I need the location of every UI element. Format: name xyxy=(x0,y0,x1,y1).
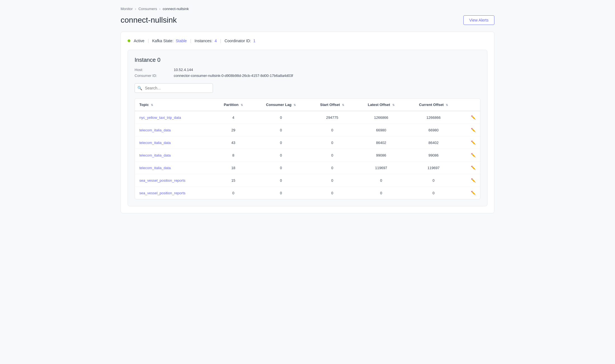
kafka-state-label: Kafka State: xyxy=(152,39,173,43)
edit-icon[interactable]: ✏️ xyxy=(471,115,476,120)
topic-cell: sea_vessel_position_reports xyxy=(135,187,213,199)
instances-label: Instances: xyxy=(194,39,212,43)
status-sep-2: | xyxy=(190,39,191,43)
col-start-offset[interactable]: Start Offset ⇅ xyxy=(309,99,356,111)
table-row: telecom_italia_data 18 0 0 119697 119697… xyxy=(135,162,480,174)
sort-partition-icon: ⇅ xyxy=(241,103,243,107)
view-alerts-button[interactable]: View Alerts xyxy=(463,15,494,25)
current-offset-cell: 1266866 xyxy=(407,111,461,124)
table-row: telecom_italia_data 8 0 0 99086 99086 ✏️ xyxy=(135,149,480,162)
consumer-lag-cell: 0 xyxy=(253,124,309,136)
col-current-offset[interactable]: Current Offset ⇅ xyxy=(407,99,461,111)
topic-link[interactable]: sea_vessel_position_reports xyxy=(139,178,186,183)
topic-cell: sea_vessel_position_reports xyxy=(135,174,213,187)
col-consumer-lag[interactable]: Consumer Lag ⇅ xyxy=(253,99,309,111)
status-sep-1: | xyxy=(148,39,149,43)
latest-offset-cell: 0 xyxy=(356,187,407,199)
instance-title: Instance 0 xyxy=(135,57,480,63)
topic-link[interactable]: nyc_yellow_taxi_trip_data xyxy=(139,115,181,120)
status-bar: Active | Kafka State: Stable | Instances… xyxy=(128,39,487,43)
topic-link[interactable]: telecom_italia_data xyxy=(139,128,171,132)
start-offset-cell: 0 xyxy=(309,124,356,136)
edit-icon[interactable]: ✏️ xyxy=(471,191,476,195)
action-cell: ✏️ xyxy=(461,187,480,199)
action-cell: ✏️ xyxy=(461,124,480,136)
table-row: nyc_yellow_taxi_trip_data 4 0 294775 126… xyxy=(135,111,480,124)
consumer-lag-cell: 0 xyxy=(253,187,309,199)
breadcrumb-sep-2: › xyxy=(159,7,160,11)
breadcrumb-current: connect-nullsink xyxy=(163,7,189,11)
consumer-lag-cell: 0 xyxy=(253,174,309,187)
table-header: Topic ⇅ Partition ⇅ Consumer Lag ⇅ xyxy=(135,99,480,111)
topic-link[interactable]: telecom_italia_data xyxy=(139,153,171,157)
latest-offset-cell: 66980 xyxy=(356,124,407,136)
current-offset-cell: 86402 xyxy=(407,136,461,149)
current-offset-cell: 99086 xyxy=(407,149,461,162)
breadcrumb: Monitor › Consumers › connect-nullsink xyxy=(121,7,494,11)
start-offset-cell: 294775 xyxy=(309,111,356,124)
breadcrumb-consumers[interactable]: Consumers xyxy=(139,7,157,11)
table-row: telecom_italia_data 29 0 0 66980 66980 ✏… xyxy=(135,124,480,136)
latest-offset-cell: 1266866 xyxy=(356,111,407,124)
sort-topic-icon: ⇅ xyxy=(151,103,153,107)
table-row: sea_vessel_position_reports 15 0 0 0 0 ✏… xyxy=(135,174,480,187)
latest-offset-cell: 99086 xyxy=(356,149,407,162)
table-row: telecom_italia_data 43 0 0 86402 86402 ✏… xyxy=(135,136,480,149)
edit-icon[interactable]: ✏️ xyxy=(471,153,476,157)
edit-icon[interactable]: ✏️ xyxy=(471,128,476,132)
latest-offset-cell: 119697 xyxy=(356,162,407,174)
topic-link[interactable]: telecom_italia_data xyxy=(139,166,171,170)
latest-offset-cell: 0 xyxy=(356,174,407,187)
current-offset-cell: 66980 xyxy=(407,124,461,136)
edit-icon[interactable]: ✏️ xyxy=(471,140,476,145)
host-value: 10.52.4.144 xyxy=(174,68,480,72)
latest-offset-cell: 86402 xyxy=(356,136,407,149)
coordinator-label: Coordinator ID: xyxy=(224,39,251,43)
sort-start-offset-icon: ⇅ xyxy=(342,103,344,107)
topic-cell: telecom_italia_data xyxy=(135,149,213,162)
sort-current-offset-icon: ⇅ xyxy=(446,103,448,107)
start-offset-cell: 0 xyxy=(309,149,356,162)
coordinator-value[interactable]: 1 xyxy=(253,39,255,43)
page-title: connect-nullsink xyxy=(121,16,177,25)
topic-cell: nyc_yellow_taxi_trip_data xyxy=(135,111,213,124)
kafka-state-value[interactable]: Stable xyxy=(176,39,187,43)
col-partition[interactable]: Partition ⇅ xyxy=(213,99,253,111)
table-body: nyc_yellow_taxi_trip_data 4 0 294775 126… xyxy=(135,111,480,199)
breadcrumb-sep-1: › xyxy=(135,7,136,11)
status-sep-3: | xyxy=(220,39,221,43)
partition-cell: 15 xyxy=(213,174,253,187)
breadcrumb-monitor[interactable]: Monitor xyxy=(121,7,133,11)
topic-link[interactable]: sea_vessel_position_reports xyxy=(139,191,186,195)
col-topic[interactable]: Topic ⇅ xyxy=(135,99,213,111)
action-cell: ✏️ xyxy=(461,149,480,162)
page-container: Monitor › Consumers › connect-nullsink c… xyxy=(112,0,503,220)
action-cell: ✏️ xyxy=(461,111,480,124)
topic-link[interactable]: telecom_italia_data xyxy=(139,141,171,145)
edit-icon[interactable]: ✏️ xyxy=(471,166,476,170)
col-latest-offset[interactable]: Latest Offset ⇅ xyxy=(356,99,407,111)
status-label: Active xyxy=(134,39,144,43)
data-table: Topic ⇅ Partition ⇅ Consumer Lag ⇅ xyxy=(135,99,480,199)
partition-cell: 29 xyxy=(213,124,253,136)
partition-cell: 0 xyxy=(213,187,253,199)
current-offset-cell: 0 xyxy=(407,187,461,199)
partition-cell: 43 xyxy=(213,136,253,149)
consumer-id-label: Consumer ID: xyxy=(135,74,174,78)
start-offset-cell: 0 xyxy=(309,162,356,174)
topic-cell: telecom_italia_data xyxy=(135,136,213,149)
partition-cell: 8 xyxy=(213,149,253,162)
table-row: sea_vessel_position_reports 0 0 0 0 0 ✏️ xyxy=(135,187,480,199)
instances-value[interactable]: 4 xyxy=(215,39,217,43)
search-input[interactable] xyxy=(135,83,213,93)
instance-meta: Host: 10.52.4.144 Consumer ID: connector… xyxy=(135,68,480,78)
sort-consumer-lag-icon: ⇅ xyxy=(294,103,296,107)
consumer-lag-cell: 0 xyxy=(253,136,309,149)
coordinator-item: Coordinator ID: 1 xyxy=(224,39,255,43)
action-cell: ✏️ xyxy=(461,174,480,187)
consumer-lag-cell: 0 xyxy=(253,149,309,162)
start-offset-cell: 0 xyxy=(309,187,356,199)
main-card: Active | Kafka State: Stable | Instances… xyxy=(121,32,494,213)
start-offset-cell: 0 xyxy=(309,174,356,187)
edit-icon[interactable]: ✏️ xyxy=(471,178,476,183)
